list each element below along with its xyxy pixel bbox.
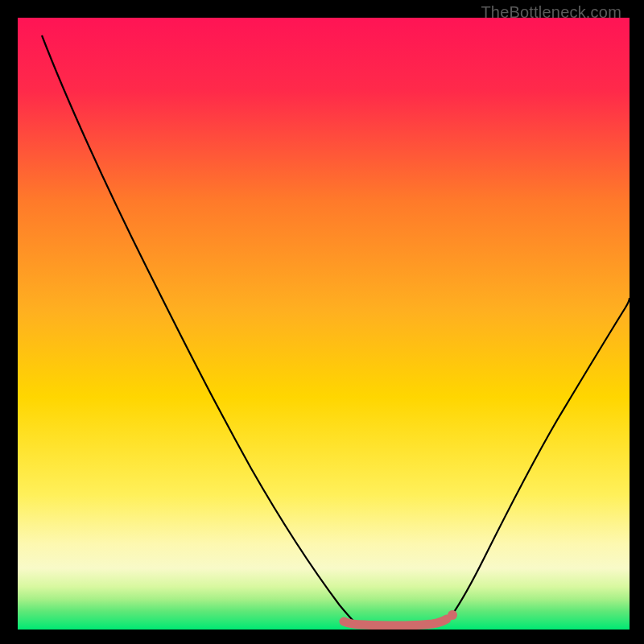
chart-frame [18, 18, 630, 630]
chart-curves [18, 18, 630, 630]
watermark-text: TheBottleneck.com [481, 3, 621, 22]
left-curve [42, 35, 356, 623]
right-curve [448, 298, 630, 620]
bottom-flat-segment [344, 619, 447, 625]
bottom-flat-end-dot [448, 610, 457, 620]
